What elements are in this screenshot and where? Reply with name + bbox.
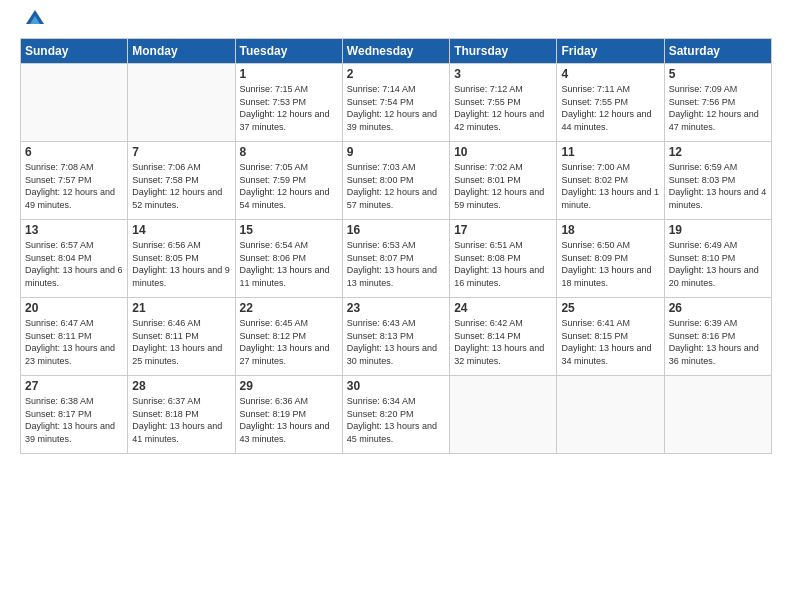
- day-info: Sunrise: 6:36 AM Sunset: 8:19 PM Dayligh…: [240, 395, 338, 445]
- page: SundayMondayTuesdayWednesdayThursdayFrid…: [0, 0, 792, 612]
- day-number: 3: [454, 67, 552, 81]
- day-info: Sunrise: 7:06 AM Sunset: 7:58 PM Dayligh…: [132, 161, 230, 211]
- day-info: Sunrise: 7:09 AM Sunset: 7:56 PM Dayligh…: [669, 83, 767, 133]
- day-number: 4: [561, 67, 659, 81]
- day-number: 8: [240, 145, 338, 159]
- day-info: Sunrise: 6:43 AM Sunset: 8:13 PM Dayligh…: [347, 317, 445, 367]
- week-row-2: 13Sunrise: 6:57 AM Sunset: 8:04 PM Dayli…: [21, 220, 772, 298]
- week-row-3: 20Sunrise: 6:47 AM Sunset: 8:11 PM Dayli…: [21, 298, 772, 376]
- day-number: 2: [347, 67, 445, 81]
- day-cell: 27Sunrise: 6:38 AM Sunset: 8:17 PM Dayli…: [21, 376, 128, 454]
- header-cell-saturday: Saturday: [664, 39, 771, 64]
- week-row-1: 6Sunrise: 7:08 AM Sunset: 7:57 PM Daylig…: [21, 142, 772, 220]
- day-info: Sunrise: 6:41 AM Sunset: 8:15 PM Dayligh…: [561, 317, 659, 367]
- day-number: 21: [132, 301, 230, 315]
- week-row-0: 1Sunrise: 7:15 AM Sunset: 7:53 PM Daylig…: [21, 64, 772, 142]
- day-info: Sunrise: 6:47 AM Sunset: 8:11 PM Dayligh…: [25, 317, 123, 367]
- day-number: 22: [240, 301, 338, 315]
- day-number: 18: [561, 223, 659, 237]
- header-cell-thursday: Thursday: [450, 39, 557, 64]
- day-number: 27: [25, 379, 123, 393]
- header: [20, 16, 772, 28]
- day-cell: [664, 376, 771, 454]
- day-info: Sunrise: 6:42 AM Sunset: 8:14 PM Dayligh…: [454, 317, 552, 367]
- day-cell: 14Sunrise: 6:56 AM Sunset: 8:05 PM Dayli…: [128, 220, 235, 298]
- day-number: 30: [347, 379, 445, 393]
- day-cell: [21, 64, 128, 142]
- day-cell: 6Sunrise: 7:08 AM Sunset: 7:57 PM Daylig…: [21, 142, 128, 220]
- day-cell: 9Sunrise: 7:03 AM Sunset: 8:00 PM Daylig…: [342, 142, 449, 220]
- day-info: Sunrise: 7:00 AM Sunset: 8:02 PM Dayligh…: [561, 161, 659, 211]
- day-number: 9: [347, 145, 445, 159]
- day-number: 25: [561, 301, 659, 315]
- day-cell: 28Sunrise: 6:37 AM Sunset: 8:18 PM Dayli…: [128, 376, 235, 454]
- day-info: Sunrise: 7:11 AM Sunset: 7:55 PM Dayligh…: [561, 83, 659, 133]
- day-cell: 8Sunrise: 7:05 AM Sunset: 7:59 PM Daylig…: [235, 142, 342, 220]
- day-cell: 12Sunrise: 6:59 AM Sunset: 8:03 PM Dayli…: [664, 142, 771, 220]
- day-cell: 30Sunrise: 6:34 AM Sunset: 8:20 PM Dayli…: [342, 376, 449, 454]
- day-info: Sunrise: 6:45 AM Sunset: 8:12 PM Dayligh…: [240, 317, 338, 367]
- day-cell: 11Sunrise: 7:00 AM Sunset: 8:02 PM Dayli…: [557, 142, 664, 220]
- day-info: Sunrise: 6:46 AM Sunset: 8:11 PM Dayligh…: [132, 317, 230, 367]
- day-info: Sunrise: 6:56 AM Sunset: 8:05 PM Dayligh…: [132, 239, 230, 289]
- day-cell: 25Sunrise: 6:41 AM Sunset: 8:15 PM Dayli…: [557, 298, 664, 376]
- day-number: 1: [240, 67, 338, 81]
- day-cell: 7Sunrise: 7:06 AM Sunset: 7:58 PM Daylig…: [128, 142, 235, 220]
- day-cell: 15Sunrise: 6:54 AM Sunset: 8:06 PM Dayli…: [235, 220, 342, 298]
- day-cell: [450, 376, 557, 454]
- day-info: Sunrise: 6:38 AM Sunset: 8:17 PM Dayligh…: [25, 395, 123, 445]
- day-info: Sunrise: 7:12 AM Sunset: 7:55 PM Dayligh…: [454, 83, 552, 133]
- calendar: SundayMondayTuesdayWednesdayThursdayFrid…: [20, 38, 772, 454]
- day-cell: 26Sunrise: 6:39 AM Sunset: 8:16 PM Dayli…: [664, 298, 771, 376]
- day-cell: 20Sunrise: 6:47 AM Sunset: 8:11 PM Dayli…: [21, 298, 128, 376]
- day-cell: 18Sunrise: 6:50 AM Sunset: 8:09 PM Dayli…: [557, 220, 664, 298]
- day-cell: 29Sunrise: 6:36 AM Sunset: 8:19 PM Dayli…: [235, 376, 342, 454]
- week-row-4: 27Sunrise: 6:38 AM Sunset: 8:17 PM Dayli…: [21, 376, 772, 454]
- day-cell: 2Sunrise: 7:14 AM Sunset: 7:54 PM Daylig…: [342, 64, 449, 142]
- day-cell: 16Sunrise: 6:53 AM Sunset: 8:07 PM Dayli…: [342, 220, 449, 298]
- day-number: 19: [669, 223, 767, 237]
- day-info: Sunrise: 6:53 AM Sunset: 8:07 PM Dayligh…: [347, 239, 445, 289]
- day-cell: [128, 64, 235, 142]
- day-number: 10: [454, 145, 552, 159]
- day-cell: 4Sunrise: 7:11 AM Sunset: 7:55 PM Daylig…: [557, 64, 664, 142]
- day-number: 24: [454, 301, 552, 315]
- day-info: Sunrise: 7:15 AM Sunset: 7:53 PM Dayligh…: [240, 83, 338, 133]
- day-info: Sunrise: 6:54 AM Sunset: 8:06 PM Dayligh…: [240, 239, 338, 289]
- day-number: 20: [25, 301, 123, 315]
- day-cell: 19Sunrise: 6:49 AM Sunset: 8:10 PM Dayli…: [664, 220, 771, 298]
- day-info: Sunrise: 6:39 AM Sunset: 8:16 PM Dayligh…: [669, 317, 767, 367]
- header-cell-sunday: Sunday: [21, 39, 128, 64]
- day-cell: 23Sunrise: 6:43 AM Sunset: 8:13 PM Dayli…: [342, 298, 449, 376]
- day-cell: 21Sunrise: 6:46 AM Sunset: 8:11 PM Dayli…: [128, 298, 235, 376]
- day-cell: 1Sunrise: 7:15 AM Sunset: 7:53 PM Daylig…: [235, 64, 342, 142]
- day-info: Sunrise: 7:03 AM Sunset: 8:00 PM Dayligh…: [347, 161, 445, 211]
- day-cell: 17Sunrise: 6:51 AM Sunset: 8:08 PM Dayli…: [450, 220, 557, 298]
- calendar-header: SundayMondayTuesdayWednesdayThursdayFrid…: [21, 39, 772, 64]
- day-number: 6: [25, 145, 123, 159]
- day-info: Sunrise: 7:05 AM Sunset: 7:59 PM Dayligh…: [240, 161, 338, 211]
- logo: [20, 16, 46, 28]
- day-info: Sunrise: 6:34 AM Sunset: 8:20 PM Dayligh…: [347, 395, 445, 445]
- day-number: 16: [347, 223, 445, 237]
- day-number: 23: [347, 301, 445, 315]
- day-number: 28: [132, 379, 230, 393]
- day-number: 7: [132, 145, 230, 159]
- day-number: 14: [132, 223, 230, 237]
- day-number: 13: [25, 223, 123, 237]
- day-cell: 22Sunrise: 6:45 AM Sunset: 8:12 PM Dayli…: [235, 298, 342, 376]
- day-number: 12: [669, 145, 767, 159]
- day-info: Sunrise: 6:49 AM Sunset: 8:10 PM Dayligh…: [669, 239, 767, 289]
- header-cell-wednesday: Wednesday: [342, 39, 449, 64]
- day-number: 15: [240, 223, 338, 237]
- day-cell: 24Sunrise: 6:42 AM Sunset: 8:14 PM Dayli…: [450, 298, 557, 376]
- day-number: 17: [454, 223, 552, 237]
- day-cell: 5Sunrise: 7:09 AM Sunset: 7:56 PM Daylig…: [664, 64, 771, 142]
- day-cell: 3Sunrise: 7:12 AM Sunset: 7:55 PM Daylig…: [450, 64, 557, 142]
- day-info: Sunrise: 6:59 AM Sunset: 8:03 PM Dayligh…: [669, 161, 767, 211]
- day-number: 29: [240, 379, 338, 393]
- day-number: 5: [669, 67, 767, 81]
- day-info: Sunrise: 7:02 AM Sunset: 8:01 PM Dayligh…: [454, 161, 552, 211]
- header-cell-monday: Monday: [128, 39, 235, 64]
- header-cell-tuesday: Tuesday: [235, 39, 342, 64]
